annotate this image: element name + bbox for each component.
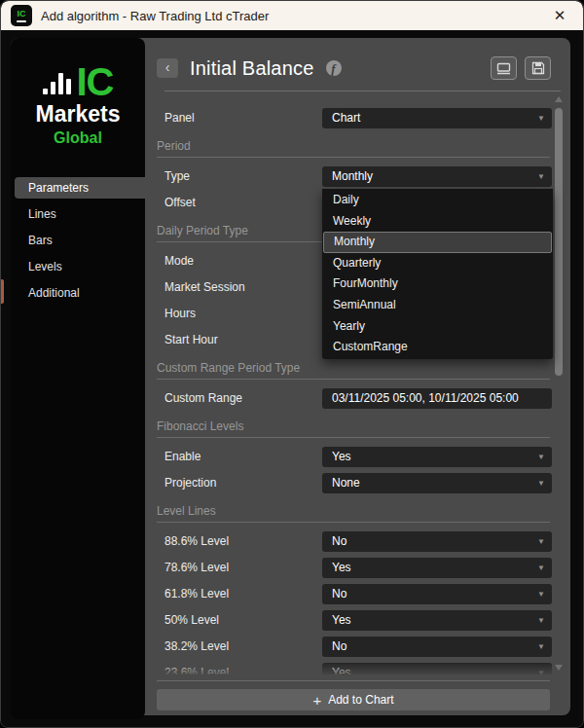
close-icon[interactable]: ✕ [546,4,573,27]
broker-logo: IC Markets Global [11,38,145,147]
dropdown-option-quarterly[interactable]: Quarterly [323,253,552,274]
parameters-pane: ‹ Initial Balance f [145,38,570,715]
add-to-chart-label: Add to Chart [328,693,393,707]
type-dropdown-popup: DailyWeeklyMonthlyQuarterlyFourMonthlySe… [322,189,553,359]
form-row-78-6-level: 78.6% LevelYes▼ [145,558,570,578]
select-23-6-level[interactable]: Yes▼ [322,663,552,674]
add-to-chart-button[interactable]: + Add to Chart [157,689,550,710]
field-label: Projection [164,473,216,493]
section-period: Period [145,134,570,158]
dropdown-option-customrange[interactable]: CustomRange [323,337,552,358]
sidebar-item-lines[interactable]: Lines [15,203,145,225]
section-level-lines: Level Lines [145,499,570,523]
back-button[interactable]: ‹ [157,58,178,78]
header-actions [491,56,551,80]
sidebar-item-additional[interactable]: Additional [15,282,145,304]
field-label: 88.6% Level [164,531,229,552]
form-row-23-6-level: 23.6% LevelYes▼ [145,663,570,674]
section-title: Fibonacci Levels [145,419,570,433]
select-value: No [332,534,347,548]
field-label: Market Session [164,277,245,298]
fx-badge-icon: f [326,60,342,76]
window-content: ‹ Initial Balance f [1,30,583,727]
select-value: Yes [332,666,351,674]
scrollbar-up-icon[interactable] [555,96,563,102]
popout-window-icon [496,62,511,75]
dropdown-option-monthly[interactable]: Monthly [323,232,552,253]
select-projection[interactable]: None▼ [322,473,552,493]
field-label: Mode [164,251,194,272]
chevron-down-icon: ▼ [537,558,545,578]
form-row-projection: ProjectionNone▼ [145,473,570,493]
section-divider [157,379,550,380]
form-row-panel: PanelChart▼ [145,108,570,128]
logo-ic-text: IC [77,63,114,100]
app-logo-text: IC [18,10,26,18]
field-label: Hours [164,304,196,324]
section-title: Level Lines [145,504,570,518]
select-value: Chart [332,111,360,125]
section-custom-range-period-type: Custom Range Period Type [145,356,570,380]
parameters-form: PanelChart▼PeriodTypeMonthly▼OffsetDaily… [145,98,570,674]
form-row-enable: EnableYes▼ [145,447,570,467]
field-label: Type [164,166,190,187]
select-value: No [332,587,347,601]
sidebar-item-levels[interactable]: Levels [15,256,145,277]
section-divider [157,437,550,438]
form-row-50-level: 50% LevelYes▼ [145,610,570,631]
form-row-38-2-level: 38.2% LevelNo▼ [145,637,570,657]
field-label: Start Hour [164,330,218,350]
select-50-level[interactable]: Yes▼ [322,610,552,631]
dropdown-option-daily[interactable]: Daily [323,190,552,211]
sidebar: IC Markets Global ParametersLinesBarsLev… [11,38,145,719]
field-label: Enable [164,447,201,467]
indicator-header: ‹ Initial Balance f [145,38,570,91]
form-row-custom-range: Custom Range03/11/2025 05:00, 10/11/2025… [145,388,570,409]
chevron-down-icon: ▼ [537,166,545,187]
select-38-2-level[interactable]: No▼ [322,637,552,657]
form-row-61-8-level: 61.8% LevelNo▼ [145,584,570,604]
field-label: 38.2% Level [164,637,229,657]
select-value: Yes [332,561,351,574]
sidebar-item-bars[interactable]: Bars [15,230,145,251]
dropdown-option-yearly[interactable]: Yearly [323,316,552,338]
sidebar-item-parameters[interactable]: Parameters [15,177,145,199]
chevron-down-icon: ▼ [537,447,545,467]
chevron-down-icon: ▼ [537,610,545,631]
select-value: Yes [332,613,351,627]
select-61-8-level[interactable]: No▼ [322,584,552,604]
footer-separator [157,680,550,681]
form-row-88-6-level: 88.6% LevelNo▼ [145,531,570,552]
select-value: No [332,639,347,653]
select-panel[interactable]: Chart▼ [322,108,552,128]
field-label: 23.6% Level [164,663,229,674]
save-button[interactable] [525,56,551,80]
form-row-type: TypeMonthly▼ [145,166,570,187]
save-icon [531,61,545,75]
window-title: Add algorithm - Raw Trading Ltd cTrader [41,9,269,23]
select-type[interactable]: Monthly▼ [322,166,552,187]
input-custom-range[interactable]: 03/11/2025 05:00, 10/11/2025 05:00 [322,388,552,409]
scrollbar-thumb[interactable] [555,108,563,376]
field-label: 78.6% Level [164,558,229,578]
select-value: Yes [332,450,351,463]
section-divider [157,522,550,523]
app-logo-bar [17,20,26,22]
scrollbar[interactable] [554,96,564,671]
sidebar-nav: ParametersLinesBarsLevelsAdditional [11,177,145,304]
popout-window-button[interactable] [491,56,517,80]
select-88-6-level[interactable]: No▼ [322,531,552,552]
logo-markets-text: Markets [11,102,145,127]
dropdown-option-semiannual[interactable]: SemiAnnual [323,295,552,316]
scrollbar-down-icon[interactable] [555,665,563,671]
select-value: Monthly [332,169,373,183]
select-78-6-level[interactable]: Yes▼ [322,558,552,578]
section-divider [157,157,550,158]
chevron-down-icon: ▼ [537,663,545,674]
field-label: 50% Level [164,610,219,631]
logo-global-text: Global [11,128,145,147]
select-enable[interactable]: Yes▼ [322,447,552,467]
dropdown-option-weekly[interactable]: Weekly [323,211,552,233]
field-label: 61.8% Level [164,584,229,604]
dropdown-option-fourmonthly[interactable]: FourMonthly [323,273,552,295]
